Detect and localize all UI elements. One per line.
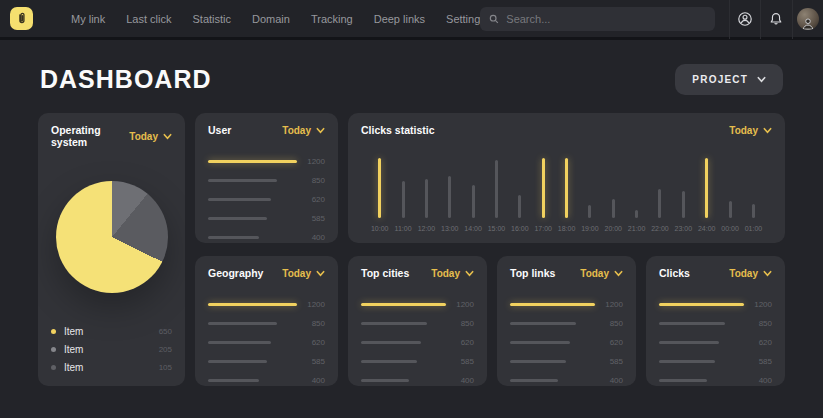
- period-dropdown[interactable]: Today: [431, 268, 474, 279]
- chart-column: 14:00: [461, 158, 484, 232]
- chart-column: 20:00: [602, 158, 625, 232]
- nav-item-my-link[interactable]: My link: [71, 13, 105, 25]
- pie-legend: Item650Item205Item105: [51, 325, 172, 375]
- project-button[interactable]: PROJECT: [675, 64, 783, 95]
- page-title: DASHBOARD: [40, 65, 212, 94]
- bar: [208, 360, 267, 363]
- chart-tick-label: 13:00: [441, 225, 459, 232]
- page-header: DASHBOARD PROJECT: [0, 40, 823, 113]
- chart-tick-label: 24:00: [698, 225, 716, 232]
- period-dropdown[interactable]: Today: [580, 268, 623, 279]
- bar-row: 850: [208, 175, 325, 186]
- bar: [510, 379, 558, 382]
- card-geography: Geography Today 1200850620585400300: [195, 256, 338, 386]
- chart-bar: [378, 158, 381, 218]
- bar-row: 1200: [659, 299, 772, 310]
- card-title: Operating system: [51, 124, 129, 148]
- nav-item-deep-links[interactable]: Deep links: [374, 13, 425, 25]
- bar-value: 400: [595, 376, 623, 385]
- bar: [208, 217, 267, 220]
- bar-row: 585: [510, 356, 623, 367]
- logo[interactable]: [10, 7, 33, 30]
- chart-bar: [472, 185, 475, 218]
- bar-row: 585: [361, 356, 474, 367]
- chart-column: 17:00: [532, 158, 555, 232]
- chevron-down-icon: [163, 132, 172, 141]
- bar: [510, 341, 570, 344]
- chart-tick-label: 12:00: [418, 225, 436, 232]
- bar-value: 620: [446, 338, 474, 347]
- bar-row: 620: [208, 194, 325, 205]
- chevron-down-icon: [614, 269, 623, 278]
- chart-bar: [448, 176, 451, 218]
- legend-value: 650: [159, 327, 172, 336]
- chart-bar: [658, 189, 661, 218]
- chart-bar: [705, 158, 708, 218]
- chart-tick-label: 20:00: [605, 225, 623, 232]
- chart-tick-label: 11:00: [395, 225, 412, 232]
- bar-list: 1200850620585400300: [659, 299, 772, 386]
- period-dropdown[interactable]: Today: [729, 125, 772, 136]
- period-dropdown[interactable]: Today: [282, 268, 325, 279]
- nav-item-setting[interactable]: Setting: [446, 13, 480, 25]
- bar-value: 850: [446, 319, 474, 328]
- bar-list: 1200850620585400300: [361, 299, 474, 386]
- card-clicks: Clicks Today 1200850620585400300: [646, 256, 785, 386]
- paperclip-icon: [15, 12, 28, 25]
- chart-column: 15:00: [485, 158, 508, 232]
- period-dropdown[interactable]: Today: [282, 125, 325, 136]
- bar-row: 1200: [510, 299, 623, 310]
- nav-item-tracking[interactable]: Tracking: [311, 13, 353, 25]
- period-dropdown[interactable]: Today: [129, 131, 172, 142]
- chart-column: 19:00: [578, 158, 601, 232]
- chart-tick-label: 16:00: [511, 225, 529, 232]
- bar-row: 620: [510, 337, 623, 348]
- legend-dot-icon: [51, 329, 56, 334]
- bar-row: 400: [510, 375, 623, 386]
- chart-tick-label: 18:00: [558, 225, 576, 232]
- bar-value: 585: [446, 357, 474, 366]
- bar-row: 585: [659, 356, 772, 367]
- bar-value: 1200: [595, 300, 623, 309]
- notifications-button[interactable]: [760, 0, 791, 39]
- bar-row: 1200: [208, 299, 325, 310]
- profile-button[interactable]: [792, 0, 823, 39]
- bar-row: 620: [659, 337, 772, 348]
- nav-menu: My linkLast clickStatisticDomainTracking…: [71, 13, 480, 25]
- legend-value: 205: [159, 345, 172, 354]
- bar-row: 850: [510, 318, 623, 329]
- bar-value: 850: [595, 319, 623, 328]
- bar: [659, 341, 719, 344]
- chart-bar: [425, 179, 428, 218]
- chart-column: 13:00: [438, 158, 461, 232]
- nav-item-statistic[interactable]: Statistic: [192, 13, 231, 25]
- chart-tick-label: 15:00: [488, 225, 506, 232]
- period-dropdown[interactable]: Today: [729, 268, 772, 279]
- legend-row: Item205: [51, 343, 172, 355]
- bar-value: 1200: [744, 300, 772, 309]
- pie-chart: [56, 181, 168, 293]
- chart-bar: [565, 158, 568, 218]
- chart-bar: [402, 181, 405, 218]
- account-button[interactable]: [729, 0, 760, 39]
- pie-chart-wrap: [51, 148, 172, 325]
- bar-row: 1200: [361, 299, 474, 310]
- chart-column: 01:00: [742, 158, 765, 232]
- bar-value: 585: [297, 214, 325, 223]
- chevron-down-icon: [316, 126, 325, 135]
- chart-bar: [495, 160, 498, 218]
- bar-row: 400: [208, 375, 325, 386]
- chart-bar: [752, 204, 755, 218]
- bar-value: 400: [446, 376, 474, 385]
- chart-column: 11:00: [391, 158, 414, 232]
- nav-item-domain[interactable]: Domain: [252, 13, 290, 25]
- nav-item-last-click[interactable]: Last click: [126, 13, 171, 25]
- chevron-down-icon: [763, 269, 772, 278]
- search-input[interactable]: [506, 13, 706, 25]
- bar-row: 400: [361, 375, 474, 386]
- bar-row: 850: [361, 318, 474, 329]
- bar-row: 400: [659, 375, 772, 386]
- period-label: Today: [282, 125, 311, 136]
- bar: [510, 303, 595, 306]
- legend-row: Item105: [51, 361, 172, 373]
